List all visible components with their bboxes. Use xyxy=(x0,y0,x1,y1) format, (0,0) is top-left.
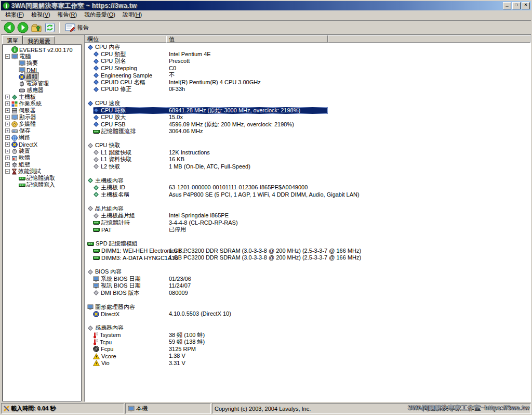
list-section-row[interactable]: 感應器內容 xyxy=(87,325,530,332)
tree-item[interactable]: 摘要 xyxy=(3,60,82,67)
tree-item[interactable]: +顯示器 xyxy=(3,114,82,121)
monitor-icon xyxy=(87,304,94,310)
volt-icon xyxy=(93,360,100,366)
tree-item[interactable]: −電腦 xyxy=(3,53,82,60)
list-row[interactable]: CPU SteppingC0 xyxy=(93,65,328,72)
list-row[interactable]: 記憶體計時3-4-4-8 (CL-RCD-RP-RAS) xyxy=(93,219,328,227)
network-icon xyxy=(11,135,18,141)
tree-item[interactable]: 記憶體寫入 xyxy=(3,181,82,188)
list-row[interactable]: 記憶體匯流排3064.06 MHz xyxy=(93,128,328,135)
list-spacer xyxy=(85,296,530,304)
field-value: 1 MB (On-Die, ATC, Full-Speed) xyxy=(169,163,250,171)
list-row[interactable]: CPU 類型Intel Pentium 4E xyxy=(93,51,328,58)
list-row[interactable]: 視訊 BIOS 日期11/24/07 xyxy=(93,282,328,290)
list-row[interactable]: 主機板晶片組Intel Springdale i865PE xyxy=(93,212,328,219)
tree-item[interactable]: +伺服器 xyxy=(3,107,82,114)
menu-item-1[interactable]: 檢視(V) xyxy=(28,10,54,20)
report-button[interactable]: 報告 xyxy=(62,21,92,34)
menu-item-0[interactable]: 檔案(F) xyxy=(2,10,28,20)
expand-icon[interactable]: + xyxy=(5,128,10,133)
list-row[interactable]: L1 資料快取16 KB xyxy=(93,156,328,163)
computer-icon xyxy=(128,406,135,412)
expand-icon[interactable]: + xyxy=(5,101,10,106)
up-button[interactable] xyxy=(30,21,43,34)
tab-menu[interactable]: 選單 xyxy=(2,35,23,44)
back-button[interactable] xyxy=(3,21,16,34)
list-row[interactable]: CPUID 修正0F33h xyxy=(93,86,328,93)
list-row[interactable]: Tcpu59 蚓 (138 蚌) xyxy=(93,339,328,346)
tree-item[interactable]: +儲存 xyxy=(3,127,82,134)
list-row[interactable]: CPU 放大15.0x xyxy=(93,114,328,121)
tree-item[interactable]: +作業系統 xyxy=(3,100,82,107)
list-row[interactable]: Engineering Sample不 xyxy=(93,72,328,79)
column-header-value[interactable]: 值 xyxy=(166,35,328,43)
list-spacer xyxy=(85,93,530,100)
list-row[interactable]: DirectX4.10.0.5503 (DirectX 10) xyxy=(93,310,328,318)
tree-item[interactable]: +網路 xyxy=(3,134,82,141)
tree-item[interactable]: +軟體 xyxy=(3,154,82,161)
field-value: 3064.06 MHz xyxy=(169,128,203,135)
collapse-icon[interactable]: − xyxy=(5,54,10,59)
menu-item-2[interactable]: 報告(R) xyxy=(54,10,81,20)
refresh-button[interactable] xyxy=(43,21,57,34)
expand-icon[interactable]: + xyxy=(5,122,10,126)
tree-item[interactable]: +裝置 xyxy=(3,148,82,154)
list-row[interactable]: Tsystem38 蚓 (100 蚌) xyxy=(93,332,328,339)
tree-item[interactable]: 感應器 xyxy=(3,87,82,94)
column-header-field[interactable]: 欄位 xyxy=(85,35,166,43)
field-value: 4596.09 MHz (原始: 200 MHz, overclock: 219… xyxy=(169,121,294,128)
list-row[interactable]: Vcore1.38 V xyxy=(93,353,328,360)
restore-button[interactable]: ❐ xyxy=(512,2,521,9)
list-section-row[interactable]: 主機板內容 xyxy=(87,177,530,185)
list-row[interactable]: DMI BIOS 版本080009 xyxy=(93,290,328,297)
list-row[interactable]: Vio3.31 V xyxy=(93,360,328,367)
list-row[interactable]: Fcpu3125 RPM xyxy=(93,346,328,353)
field-label: 記憶體匯流排 xyxy=(101,127,136,135)
expand-icon[interactable]: + xyxy=(5,108,10,113)
tree-item-label: 網路 xyxy=(18,134,31,141)
list-row[interactable]: 系統 BIOS 日期01/23/06 xyxy=(93,276,328,283)
expand-icon[interactable]: + xyxy=(5,95,10,99)
list-row[interactable]: CPU 時脈68941.28 MHz (原始: 3000 MHz, overcl… xyxy=(93,107,328,114)
list-header: 欄位 值 xyxy=(85,35,530,43)
list-row[interactable]: L1 跟蹤快取12K Instructions xyxy=(93,149,328,157)
list-row[interactable]: DIMM3: A-DATA HYNGC1A161 GB PC3200 DDR S… xyxy=(93,254,328,262)
expand-icon[interactable]: + xyxy=(5,149,10,153)
list-row[interactable]: 主機板 ID63-1201-000000-00101111-012306-I86… xyxy=(93,184,328,191)
window-title: 3WA問題解決專家工作室 ~ https://3wa.tw xyxy=(11,2,137,10)
list-section-row[interactable]: 圖形處理器內容 xyxy=(87,304,530,311)
close-button[interactable]: × xyxy=(522,2,530,9)
tree-item[interactable]: DMI xyxy=(3,67,82,73)
list-section-row[interactable]: SPD 記憶體模組 xyxy=(87,240,530,248)
tree-item[interactable]: +組態 xyxy=(3,161,82,168)
expand-icon[interactable]: + xyxy=(5,162,10,167)
list-row[interactable]: CPU FSB4596.09 MHz (原始: 200 MHz, overclo… xyxy=(93,121,328,128)
expand-icon[interactable]: + xyxy=(5,142,10,147)
list-section-row[interactable]: CPU 內容 xyxy=(87,44,530,51)
tree-item[interactable]: +多媒體 xyxy=(3,121,82,127)
tree-item[interactable]: +DirectX xyxy=(3,141,82,148)
expand-icon[interactable]: + xyxy=(5,155,10,160)
list-row[interactable]: CPU 別名Prescott xyxy=(93,58,328,65)
expand-icon[interactable]: + xyxy=(5,135,10,140)
minimize-button[interactable]: _ xyxy=(503,2,511,9)
menu-item-3[interactable]: 我的最愛(O) xyxy=(81,10,119,20)
multimedia-icon xyxy=(11,121,18,127)
collapse-icon[interactable]: − xyxy=(5,169,10,174)
list-section-row[interactable]: 晶片組內容 xyxy=(87,205,530,213)
list-row[interactable]: PAT已停用 xyxy=(93,226,328,234)
tree-item[interactable]: EVEREST v2.00.170 xyxy=(3,46,82,53)
list-row[interactable]: CPUID CPU 名稱Intel(R) Pentium(R) 4 CPU 3.… xyxy=(93,79,328,86)
forward-button[interactable] xyxy=(16,21,30,34)
board-icon xyxy=(93,185,99,191)
list-section-row[interactable]: CPU 快取 xyxy=(87,142,530,149)
expand-icon[interactable]: + xyxy=(5,115,10,120)
list-section-row[interactable]: CPU 速度 xyxy=(87,100,530,107)
tab-favorites[interactable]: 我的最愛 xyxy=(23,36,55,44)
list-section-row[interactable]: BIOS 內容 xyxy=(87,268,530,276)
list-row[interactable]: DIMM1: WEI-HEH Electronics K...1 GB PC32… xyxy=(93,248,328,255)
tree-item-label: DMI xyxy=(25,67,38,73)
list-row[interactable]: 主機板名稱Asus P4P800 SE (5 PCI, 1 AGP, 1 WiF… xyxy=(93,191,328,199)
list-row[interactable]: L2 快取1 MB (On-Die, ATC, Full-Speed) xyxy=(93,163,328,171)
menu-item-4[interactable]: 說明(H) xyxy=(119,10,145,20)
